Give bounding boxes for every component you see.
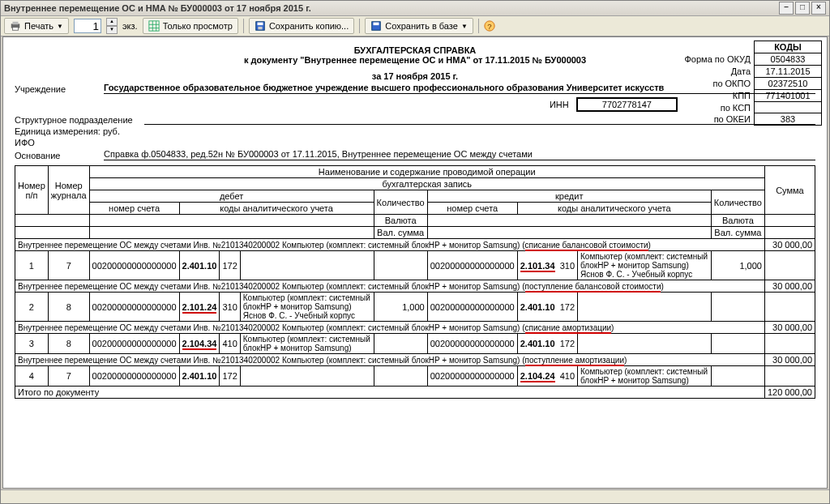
close-button[interactable]: × bbox=[811, 2, 826, 15]
print-label: Печать bbox=[24, 21, 53, 31]
journal-no: 7 bbox=[48, 251, 89, 280]
copies-spinner[interactable]: ▲▼ bbox=[106, 18, 118, 34]
debit-code1: 2.401.10 bbox=[179, 251, 220, 280]
th-entry: бухгалтерская запись bbox=[89, 178, 764, 190]
credit-desc: Компьютер (комплект: системный блокHP + … bbox=[578, 366, 712, 387]
row-no: 3 bbox=[15, 334, 49, 354]
save-db-icon bbox=[370, 20, 382, 32]
okpo-value: 02372510 bbox=[755, 78, 822, 90]
journal-no: 7 bbox=[48, 366, 89, 387]
credit-desc bbox=[578, 293, 712, 322]
group-header: Внутреннее перемещение ОС между счетами … bbox=[15, 280, 765, 293]
ksp-value bbox=[755, 102, 822, 113]
copies-suffix: экз. bbox=[122, 21, 138, 31]
debit-acc: 00200000000000000 bbox=[89, 293, 179, 322]
unit-label: Единица измерения: руб. bbox=[15, 126, 144, 136]
th-qty-d: Количество bbox=[374, 190, 427, 215]
th-valsum-d: Вал. сумма bbox=[374, 227, 427, 239]
th-d-acc: номер счета bbox=[89, 203, 179, 215]
th-debit: дебет bbox=[89, 190, 374, 203]
svg-rect-10 bbox=[258, 27, 262, 30]
basis-label: Основание bbox=[15, 151, 104, 160]
credit-qty bbox=[711, 366, 764, 387]
row-sum bbox=[764, 293, 815, 322]
separator bbox=[359, 19, 360, 33]
th-row-no: Номер п/п bbox=[15, 166, 49, 215]
debit-qty: 1,000 bbox=[374, 293, 427, 322]
okei-label: по ОКЕИ bbox=[680, 113, 755, 126]
copies-input[interactable] bbox=[74, 19, 101, 33]
group-header: Внутреннее перемещение ОС между счетами … bbox=[15, 322, 765, 334]
th-c-anal: коды аналитического учета bbox=[517, 203, 711, 215]
debit-desc bbox=[240, 366, 374, 387]
titlebar: Внутреннее перемещение ОС и HMA № БУ0000… bbox=[1, 1, 829, 16]
debit-acc: 00200000000000000 bbox=[89, 251, 179, 280]
svg-rect-1 bbox=[13, 22, 19, 25]
row-sum bbox=[764, 251, 815, 280]
th-journal: Номер журнала bbox=[48, 166, 89, 215]
group-sum: 30 000,00 bbox=[764, 354, 815, 366]
org-label: Учреждение bbox=[15, 84, 104, 94]
total-label: Итого по документу bbox=[15, 387, 765, 399]
separator bbox=[478, 19, 479, 33]
debit-desc bbox=[240, 251, 374, 280]
statusbar bbox=[1, 489, 829, 503]
debit-code1: 2.401.10 bbox=[179, 366, 220, 387]
basis-value: Справка ф.0504833, ред.52н № БУ000003 от… bbox=[104, 149, 815, 160]
debit-acc: 00200000000000000 bbox=[89, 366, 179, 387]
credit-acc: 00200000000000000 bbox=[427, 251, 517, 280]
codes-box: КОДЫ Форма по ОКУД0504833 Дата17.11.2015… bbox=[680, 41, 823, 126]
row-no: 2 bbox=[15, 293, 49, 322]
document: КОДЫ Форма по ОКУД0504833 Дата17.11.2015… bbox=[3, 37, 827, 415]
credit-desc: Компьютер (комплект: системный блокHP + … bbox=[578, 251, 712, 280]
th-sum: Сумма bbox=[764, 166, 815, 215]
toolbar: Печать ▼ ▲▼ экз. Только просмотр Сохрани… bbox=[1, 16, 829, 36]
journal-no: 8 bbox=[48, 293, 89, 322]
th-credit: кредит bbox=[427, 190, 711, 203]
date-label: Дата bbox=[680, 66, 755, 78]
okpo-label: по ОКПО bbox=[680, 78, 755, 90]
svg-rect-3 bbox=[149, 21, 159, 31]
journal-no: 8 bbox=[48, 334, 89, 354]
help-icon[interactable]: ? bbox=[484, 20, 495, 32]
document-viewport[interactable]: КОДЫ Форма по ОКУД0504833 Дата17.11.2015… bbox=[2, 36, 828, 489]
view-only-button[interactable]: Только просмотр bbox=[143, 18, 238, 34]
debit-code2: 310 bbox=[220, 293, 240, 322]
th-d-anal: коды аналитического учета bbox=[179, 203, 374, 215]
th-currency-c: Валюта bbox=[711, 215, 764, 227]
maximize-button[interactable]: □ bbox=[795, 2, 810, 15]
okud-value: 0504833 bbox=[755, 53, 822, 66]
print-button[interactable]: Печать ▼ bbox=[4, 18, 69, 34]
inn-value: 7702778147 bbox=[576, 97, 678, 112]
total-value: 120 000,00 bbox=[764, 387, 815, 399]
credit-desc bbox=[578, 334, 712, 354]
svg-rect-2 bbox=[13, 28, 19, 31]
save-icon bbox=[255, 20, 266, 32]
group-sum: 30 000,00 bbox=[764, 322, 815, 334]
dropdown-icon: ▼ bbox=[461, 23, 468, 30]
main-table: Номер п/п Номер журнала Наименование и с… bbox=[15, 165, 815, 399]
row-no: 1 bbox=[15, 251, 49, 280]
separator bbox=[243, 19, 244, 33]
group-sum: 30 000,00 bbox=[764, 239, 815, 251]
row-sum bbox=[764, 366, 815, 387]
window-title: Внутреннее перемещение ОС и HMA № БУ0000… bbox=[4, 3, 311, 13]
save-copy-label: Сохранить копию... bbox=[269, 21, 349, 31]
debit-desc: Компьютер (комплект: системный блокHP + … bbox=[240, 293, 374, 322]
save-copy-button[interactable]: Сохранить копию... bbox=[249, 18, 354, 34]
view-only-label: Только просмотр bbox=[163, 21, 233, 31]
credit-qty bbox=[711, 334, 764, 354]
okud-label: Форма по ОКУД bbox=[680, 53, 755, 66]
credit-code1: 2.401.10 172 bbox=[517, 293, 577, 322]
printer-icon bbox=[10, 20, 21, 32]
kpp-value: 771401001 bbox=[755, 90, 822, 102]
th-qty-c: Количество bbox=[711, 190, 764, 215]
svg-rect-12 bbox=[374, 23, 379, 26]
save-db-button[interactable]: Сохранить в базе ▼ bbox=[365, 18, 473, 34]
credit-code1: 2.401.10 172 bbox=[517, 334, 577, 354]
credit-qty bbox=[711, 293, 764, 322]
ifo-label: ИФО bbox=[15, 138, 144, 147]
group-header: Внутреннее перемещение ОС между счетами … bbox=[15, 354, 765, 366]
minimize-button[interactable]: – bbox=[779, 2, 794, 15]
save-db-label: Сохранить в базе bbox=[385, 21, 458, 31]
